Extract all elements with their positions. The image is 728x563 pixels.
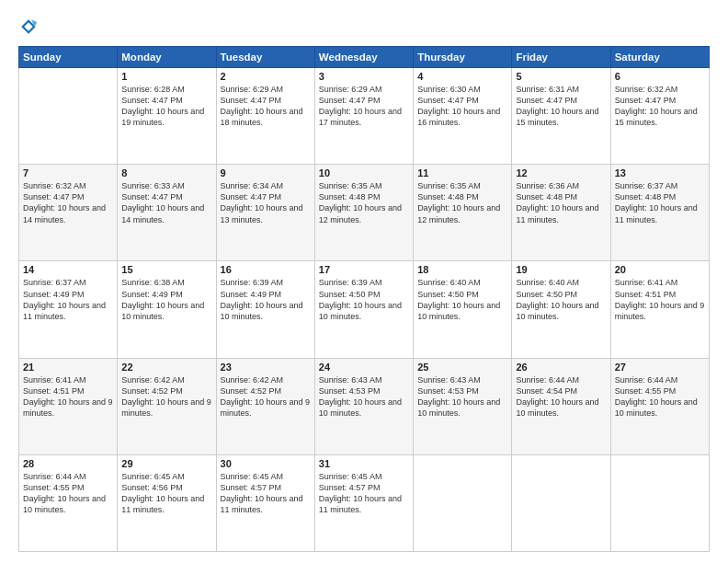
calendar-cell: 28Sunrise: 6:44 AM Sunset: 4:55 PM Dayli… <box>19 454 118 551</box>
cell-info: Sunrise: 6:44 AM Sunset: 4:55 PM Dayligh… <box>23 471 113 516</box>
cell-info: Sunrise: 6:31 AM Sunset: 4:47 PM Dayligh… <box>516 84 606 129</box>
page: SundayMondayTuesdayWednesdayThursdayFrid… <box>0 0 728 563</box>
calendar-cell: 24Sunrise: 6:43 AM Sunset: 4:53 PM Dayli… <box>314 358 413 454</box>
logo-icon <box>18 17 39 37</box>
cell-info: Sunrise: 6:30 AM Sunset: 4:47 PM Dayligh… <box>417 84 507 129</box>
day-number: 3 <box>319 71 409 82</box>
cell-info: Sunrise: 6:45 AM Sunset: 4:57 PM Dayligh… <box>319 471 409 516</box>
calendar-cell: 7Sunrise: 6:32 AM Sunset: 4:47 PM Daylig… <box>19 165 118 261</box>
day-header-monday: Monday <box>118 47 216 68</box>
cell-info: Sunrise: 6:42 AM Sunset: 4:52 PM Dayligh… <box>221 374 311 419</box>
calendar-cell: 4Sunrise: 6:30 AM Sunset: 4:47 PM Daylig… <box>414 68 512 165</box>
cell-info: Sunrise: 6:35 AM Sunset: 4:48 PM Dayligh… <box>417 180 507 225</box>
day-number: 15 <box>121 264 211 275</box>
cell-info: Sunrise: 6:38 AM Sunset: 4:49 PM Dayligh… <box>121 277 211 322</box>
day-number: 10 <box>319 167 409 178</box>
calendar-cell: 8Sunrise: 6:33 AM Sunset: 4:47 PM Daylig… <box>118 165 216 261</box>
day-number: 8 <box>121 167 211 178</box>
cell-info: Sunrise: 6:40 AM Sunset: 4:50 PM Dayligh… <box>417 277 507 322</box>
day-number: 25 <box>417 362 507 373</box>
day-number: 13 <box>615 167 705 178</box>
day-number: 26 <box>516 362 606 373</box>
calendar-cell: 20Sunrise: 6:41 AM Sunset: 4:51 PM Dayli… <box>610 261 709 358</box>
calendar-week-row: 14Sunrise: 6:37 AM Sunset: 4:49 PM Dayli… <box>19 261 710 358</box>
calendar-cell: 2Sunrise: 6:29 AM Sunset: 4:47 PM Daylig… <box>216 68 314 165</box>
day-number: 6 <box>615 71 705 82</box>
calendar-cell: 14Sunrise: 6:37 AM Sunset: 4:49 PM Dayli… <box>19 261 118 358</box>
cell-info: Sunrise: 6:44 AM Sunset: 4:54 PM Dayligh… <box>516 374 606 419</box>
calendar-cell: 30Sunrise: 6:45 AM Sunset: 4:57 PM Dayli… <box>216 454 314 551</box>
cell-info: Sunrise: 6:35 AM Sunset: 4:48 PM Dayligh… <box>319 180 409 225</box>
day-number: 4 <box>417 71 507 82</box>
calendar-cell: 15Sunrise: 6:38 AM Sunset: 4:49 PM Dayli… <box>118 261 216 358</box>
calendar-cell: 27Sunrise: 6:44 AM Sunset: 4:55 PM Dayli… <box>610 358 709 454</box>
calendar-cell: 3Sunrise: 6:29 AM Sunset: 4:47 PM Daylig… <box>314 68 413 165</box>
day-header-saturday: Saturday <box>610 47 709 68</box>
calendar-week-row: 21Sunrise: 6:41 AM Sunset: 4:51 PM Dayli… <box>19 358 710 454</box>
day-number: 29 <box>121 458 211 469</box>
calendar-table: SundayMondayTuesdayWednesdayThursdayFrid… <box>18 46 710 552</box>
calendar-cell <box>512 454 610 551</box>
logo <box>18 17 42 37</box>
cell-info: Sunrise: 6:28 AM Sunset: 4:47 PM Dayligh… <box>121 84 211 129</box>
cell-info: Sunrise: 6:41 AM Sunset: 4:51 PM Dayligh… <box>23 374 113 419</box>
day-header-sunday: Sunday <box>19 47 118 68</box>
day-header-friday: Friday <box>512 47 610 68</box>
calendar-cell: 29Sunrise: 6:45 AM Sunset: 4:56 PM Dayli… <box>118 454 216 551</box>
cell-info: Sunrise: 6:29 AM Sunset: 4:47 PM Dayligh… <box>221 84 311 129</box>
day-number: 30 <box>221 458 311 469</box>
calendar-cell: 19Sunrise: 6:40 AM Sunset: 4:50 PM Dayli… <box>512 261 610 358</box>
cell-info: Sunrise: 6:41 AM Sunset: 4:51 PM Dayligh… <box>615 277 705 322</box>
cell-info: Sunrise: 6:32 AM Sunset: 4:47 PM Dayligh… <box>615 84 705 129</box>
day-number: 22 <box>121 362 211 373</box>
calendar-cell: 1Sunrise: 6:28 AM Sunset: 4:47 PM Daylig… <box>118 68 216 165</box>
day-number: 5 <box>516 71 606 82</box>
day-number: 9 <box>221 167 311 178</box>
calendar-week-row: 7Sunrise: 6:32 AM Sunset: 4:47 PM Daylig… <box>19 165 710 261</box>
calendar-cell: 23Sunrise: 6:42 AM Sunset: 4:52 PM Dayli… <box>216 358 314 454</box>
calendar-cell <box>610 454 709 551</box>
day-number: 23 <box>221 362 311 373</box>
calendar-week-row: 1Sunrise: 6:28 AM Sunset: 4:47 PM Daylig… <box>19 68 710 165</box>
day-header-thursday: Thursday <box>414 47 512 68</box>
calendar-week-row: 28Sunrise: 6:44 AM Sunset: 4:55 PM Dayli… <box>19 454 710 551</box>
calendar-cell: 31Sunrise: 6:45 AM Sunset: 4:57 PM Dayli… <box>314 454 413 551</box>
calendar-cell: 16Sunrise: 6:39 AM Sunset: 4:49 PM Dayli… <box>216 261 314 358</box>
cell-info: Sunrise: 6:45 AM Sunset: 4:56 PM Dayligh… <box>121 471 211 516</box>
cell-info: Sunrise: 6:34 AM Sunset: 4:47 PM Dayligh… <box>221 180 311 225</box>
calendar-cell: 21Sunrise: 6:41 AM Sunset: 4:51 PM Dayli… <box>19 358 118 454</box>
calendar-cell <box>414 454 512 551</box>
cell-info: Sunrise: 6:43 AM Sunset: 4:53 PM Dayligh… <box>319 374 409 419</box>
day-number: 20 <box>615 264 705 275</box>
calendar-cell: 13Sunrise: 6:37 AM Sunset: 4:48 PM Dayli… <box>610 165 709 261</box>
day-number: 28 <box>23 458 113 469</box>
calendar-cell: 17Sunrise: 6:39 AM Sunset: 4:50 PM Dayli… <box>314 261 413 358</box>
cell-info: Sunrise: 6:42 AM Sunset: 4:52 PM Dayligh… <box>121 374 211 419</box>
cell-info: Sunrise: 6:29 AM Sunset: 4:47 PM Dayligh… <box>319 84 409 129</box>
day-number: 7 <box>23 167 113 178</box>
day-number: 18 <box>417 264 507 275</box>
cell-info: Sunrise: 6:43 AM Sunset: 4:53 PM Dayligh… <box>417 374 507 419</box>
calendar-cell: 12Sunrise: 6:36 AM Sunset: 4:48 PM Dayli… <box>512 165 610 261</box>
calendar-cell: 11Sunrise: 6:35 AM Sunset: 4:48 PM Dayli… <box>414 165 512 261</box>
day-number: 1 <box>121 71 211 82</box>
day-number: 11 <box>417 167 507 178</box>
day-number: 24 <box>319 362 409 373</box>
day-number: 17 <box>319 264 409 275</box>
day-header-tuesday: Tuesday <box>216 47 314 68</box>
cell-info: Sunrise: 6:33 AM Sunset: 4:47 PM Dayligh… <box>121 180 211 225</box>
calendar-cell: 25Sunrise: 6:43 AM Sunset: 4:53 PM Dayli… <box>414 358 512 454</box>
cell-info: Sunrise: 6:44 AM Sunset: 4:55 PM Dayligh… <box>615 374 705 419</box>
day-number: 2 <box>221 71 311 82</box>
calendar-cell: 18Sunrise: 6:40 AM Sunset: 4:50 PM Dayli… <box>414 261 512 358</box>
calendar-cell: 10Sunrise: 6:35 AM Sunset: 4:48 PM Dayli… <box>314 165 413 261</box>
calendar-header-row: SundayMondayTuesdayWednesdayThursdayFrid… <box>19 47 710 68</box>
day-number: 21 <box>23 362 113 373</box>
cell-info: Sunrise: 6:37 AM Sunset: 4:49 PM Dayligh… <box>23 277 113 322</box>
cell-info: Sunrise: 6:40 AM Sunset: 4:50 PM Dayligh… <box>516 277 606 322</box>
day-number: 19 <box>516 264 606 275</box>
calendar-cell: 6Sunrise: 6:32 AM Sunset: 4:47 PM Daylig… <box>610 68 709 165</box>
day-number: 27 <box>615 362 705 373</box>
cell-info: Sunrise: 6:32 AM Sunset: 4:47 PM Dayligh… <box>23 180 113 225</box>
cell-info: Sunrise: 6:39 AM Sunset: 4:50 PM Dayligh… <box>319 277 409 322</box>
